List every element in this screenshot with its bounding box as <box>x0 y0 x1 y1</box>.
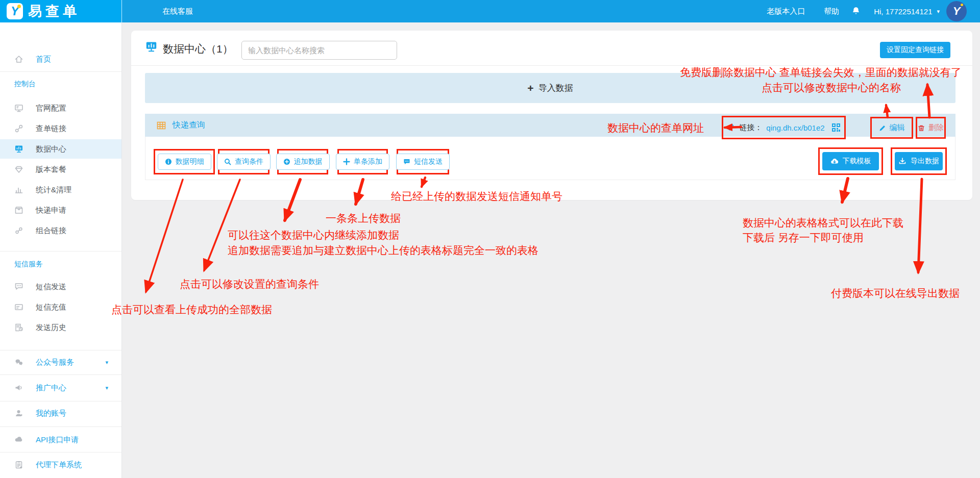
export-annotation-box: 导出数据 <box>891 147 947 175</box>
append-data-button[interactable]: 追加数据 <box>276 154 330 170</box>
edit-button[interactable]: 编辑 <box>879 123 905 133</box>
pencil-icon <box>879 124 886 132</box>
link-icon <box>727 123 735 132</box>
sidebar-item-home[interactable]: 首页 <box>0 50 121 68</box>
help-link[interactable]: 帮助 <box>824 7 839 16</box>
brand-name: 易查单 <box>28 2 80 20</box>
data-center-icon <box>145 40 158 53</box>
link-annotation-box: 链接： qing.dh.cx/b01e2 <box>722 116 846 139</box>
annotation-export-hint: 付费版本可以在线导出数据 <box>831 286 960 300</box>
divider <box>0 374 121 375</box>
divider <box>0 452 121 452</box>
sidebar-item-promotion-center[interactable]: 推广中心 ▾ <box>0 379 121 397</box>
append-annotation-box: 追加数据 <box>277 149 328 174</box>
sidebar-item-sms-recharge[interactable]: 短信充值 <box>0 298 121 316</box>
export-data-button[interactable]: 导出数据 <box>895 152 943 170</box>
chevron-down-icon: ▾ <box>105 359 108 366</box>
page-title: 数据中心（1） <box>163 42 233 56</box>
divider <box>0 71 121 72</box>
wechat-icon <box>14 358 23 367</box>
query-link-url[interactable]: qing.dh.cx/b01e2 <box>766 123 824 132</box>
cloud-download-icon <box>830 157 839 165</box>
annotation-single-add-hint: 一条条上传数据 <box>326 211 401 225</box>
link-icon <box>14 124 23 133</box>
chat-bubble-icon <box>403 158 410 165</box>
brand-logo[interactable]: Y 易查单 <box>0 0 122 22</box>
divider <box>131 65 972 66</box>
data-center-icon <box>14 144 23 154</box>
sidebar-item-combo-link[interactable]: 组合链接 <box>0 221 121 240</box>
set-fixed-query-link-button[interactable]: 设置固定查询链接 <box>880 42 950 58</box>
divider <box>0 426 121 427</box>
card-icon <box>14 303 23 312</box>
divider <box>0 251 121 251</box>
old-version-link[interactable]: 老版本入口 <box>767 7 805 16</box>
sms-annotation-box: 短信发送 <box>397 149 449 174</box>
monitor-icon <box>14 104 23 113</box>
chat-bubble-icon <box>14 282 23 291</box>
delete-annotation-box: 删除 <box>916 117 946 139</box>
annotation-detail-hint: 点击可以查看上传成功的全部数据 <box>111 303 272 317</box>
plus-icon: + <box>527 83 533 93</box>
edit-annotation-box: 编辑 <box>870 117 913 139</box>
sidebar-item-stats-cleanup[interactable]: 统计&清理 <box>0 181 121 199</box>
download-icon <box>898 157 906 165</box>
sidebar-section-sms: 短信服务 <box>14 260 43 269</box>
menu-online-service[interactable]: 在线客服 <box>162 0 193 22</box>
data-detail-button[interactable]: 数据明细 <box>158 154 211 170</box>
api-cloud-icon <box>14 435 23 444</box>
header-right-menu: 老版本入口 帮助 Hi, 17722514121 ▾ Y <box>767 0 967 22</box>
query-condition-button[interactable]: 查询条件 <box>217 154 271 170</box>
single-add-annotation-box: 单条添加 <box>337 149 388 174</box>
sidebar-item-data-center[interactable]: 数据中心 <box>0 139 121 159</box>
qr-code-icon[interactable] <box>831 123 841 132</box>
sidebar-item-query-link[interactable]: 查单链接 <box>0 119 121 138</box>
sms-send-button[interactable]: 短信发送 <box>396 154 450 170</box>
sidebar-item-agent-order-system[interactable]: 代理下单系统 <box>0 456 121 474</box>
user-greeting: Hi, 17722514121 <box>874 7 932 16</box>
sidebar-item-send-history[interactable]: 发送历史 <box>0 318 121 337</box>
parcel-icon <box>14 206 23 215</box>
search-input[interactable] <box>241 41 397 60</box>
search-icon <box>224 158 231 165</box>
history-icon <box>14 323 23 332</box>
divider <box>0 350 121 350</box>
sidebar-item-express-apply[interactable]: 快递申请 <box>0 201 121 219</box>
clipboard-icon <box>14 460 23 469</box>
home-icon <box>14 55 23 64</box>
single-add-button[interactable]: 单条添加 <box>336 154 389 170</box>
sidebar: 首页 控制台 官网配置 查单链接 数据中心 版本套餐 <box>0 22 122 478</box>
annotation-query-hint: 点击可以修改设置的查询条件 <box>180 277 319 291</box>
delete-button[interactable]: 删除 <box>918 123 944 133</box>
sidebar-section-console: 控制台 <box>14 80 36 89</box>
annotation-append-hint-2: 追加数据需要追加与建立数据中心上传的表格标题完全一致的表格 <box>228 243 538 258</box>
trash-icon <box>918 124 925 132</box>
data-center-name: 快递查询 <box>173 120 205 131</box>
sidebar-item-api-apply[interactable]: API接口申请 <box>0 431 121 449</box>
download-annotation-box: 下载模板 <box>818 147 883 175</box>
query-annotation-box: 查询条件 <box>218 149 270 174</box>
download-template-button[interactable]: 下载模板 <box>822 152 879 170</box>
divider <box>0 401 121 401</box>
user-menu[interactable]: Hi, 17722514121 ▾ <box>874 7 940 16</box>
user-icon <box>14 409 23 418</box>
avatar[interactable]: Y <box>946 1 967 21</box>
brand-y-icon: Y <box>7 3 23 19</box>
plus-circle-icon <box>283 158 290 165</box>
sidebar-item-my-account[interactable]: 我的账号 <box>0 404 121 422</box>
megaphone-icon <box>14 383 23 392</box>
bell-icon[interactable] <box>851 6 861 16</box>
diamond-icon <box>14 165 23 174</box>
chevron-down-icon: ▾ <box>105 385 108 391</box>
sidebar-item-sms-send[interactable]: 短信发送 <box>0 278 121 296</box>
app-root: Y 易查单 在线客服 老版本入口 帮助 Hi, 17722514121 ▾ Y <box>0 0 980 478</box>
bar-chart-icon <box>14 185 23 194</box>
sidebar-item-site-config[interactable]: 官网配置 <box>0 99 121 117</box>
chevron-down-icon: ▾ <box>937 8 940 15</box>
detail-annotation-box: 数据明细 <box>154 149 215 174</box>
import-data-button[interactable]: + 导入数据 <box>145 73 955 103</box>
annotation-template-hint-1: 数据中心的表格格式可以在此下载 <box>743 216 903 230</box>
sidebar-item-wechat-service[interactable]: 公众号服务 ▾ <box>0 353 121 371</box>
sidebar-item-plans[interactable]: 版本套餐 <box>0 160 121 179</box>
link-label: 链接： <box>739 123 762 133</box>
